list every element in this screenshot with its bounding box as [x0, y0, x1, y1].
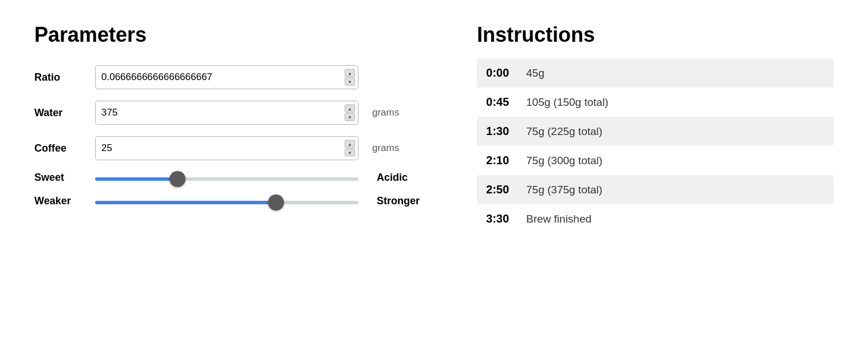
coffee-label: Coffee: [34, 142, 86, 154]
instruction-time-1: 0:45: [486, 96, 526, 109]
sweet-acidic-slider[interactable]: [95, 177, 358, 181]
parameters-title: Parameters: [34, 23, 420, 47]
instruction-desc-5: Brew finished: [526, 213, 591, 225]
instruction-desc-0: 45g: [526, 67, 545, 80]
ratio-input-wrapper: ▲ ▼: [95, 65, 358, 89]
stronger-label: Stronger: [377, 195, 420, 207]
weaker-stronger-row: Weaker Stronger: [34, 195, 420, 207]
water-spin-down[interactable]: ▼: [345, 113, 355, 121]
sweet-acidic-row: Sweet Acidic: [34, 172, 420, 184]
coffee-spinners: ▲ ▼: [345, 140, 355, 157]
instruction-desc-2: 75g (225g total): [526, 125, 602, 138]
instruction-desc-1: 105g (150g total): [526, 96, 609, 109]
ratio-label: Ratio: [34, 72, 86, 84]
ratio-spin-down[interactable]: ▼: [345, 78, 355, 86]
coffee-spin-down[interactable]: ▼: [345, 149, 355, 157]
coffee-input-wrapper: ▲ ▼: [95, 136, 358, 160]
coffee-input[interactable]: [95, 136, 358, 160]
water-label: Water: [34, 107, 86, 119]
instruction-row-1: 0:45105g (150g total): [477, 88, 834, 117]
instruction-time-4: 2:50: [486, 183, 526, 196]
instruction-row-3: 2:1075g (300g total): [477, 146, 834, 175]
instruction-row-2: 1:3075g (225g total): [477, 117, 834, 146]
sweet-acidic-slider-container: [95, 173, 358, 183]
ratio-row: Ratio ▲ ▼: [34, 65, 420, 89]
water-spinners: ▲ ▼: [345, 105, 355, 121]
instructions-list: 0:0045g0:45105g (150g total)1:3075g (225…: [477, 58, 834, 233]
coffee-spin-up[interactable]: ▲: [345, 140, 355, 148]
weaker-stronger-slider[interactable]: [95, 201, 358, 204]
sweet-label: Sweet: [34, 172, 86, 184]
instruction-time-0: 0:00: [486, 66, 526, 80]
instruction-row-5: 3:30Brew finished: [477, 204, 834, 233]
ratio-spinners: ▲ ▼: [345, 69, 355, 86]
coffee-row: Coffee ▲ ▼ grams: [34, 136, 420, 160]
instruction-row-0: 0:0045g: [477, 58, 834, 88]
instruction-time-2: 1:30: [486, 125, 526, 138]
instruction-time-5: 3:30: [486, 212, 526, 225]
weaker-label: Weaker: [34, 195, 86, 207]
water-input[interactable]: [95, 101, 358, 125]
instruction-desc-4: 75g (375g total): [526, 184, 602, 196]
instruction-row-4: 2:5075g (375g total): [477, 175, 834, 204]
acidic-label: Acidic: [377, 172, 408, 184]
water-unit: grams: [372, 107, 407, 118]
water-spin-up[interactable]: ▲: [345, 105, 355, 113]
water-input-wrapper: ▲ ▼: [95, 101, 358, 125]
coffee-unit: grams: [372, 142, 407, 154]
instruction-time-3: 2:10: [486, 154, 526, 167]
ratio-input[interactable]: [95, 65, 358, 89]
instructions-title: Instructions: [477, 23, 834, 47]
instructions-panel: Instructions 0:0045g0:45105g (150g total…: [443, 23, 834, 326]
water-row: Water ▲ ▼ grams: [34, 101, 420, 125]
weaker-stronger-slider-container: [95, 196, 358, 207]
instruction-desc-3: 75g (300g total): [526, 154, 602, 167]
ratio-spin-up[interactable]: ▲: [345, 69, 355, 77]
parameters-panel: Parameters Ratio ▲ ▼ Water ▲ ▼ grams Cof…: [34, 23, 443, 326]
